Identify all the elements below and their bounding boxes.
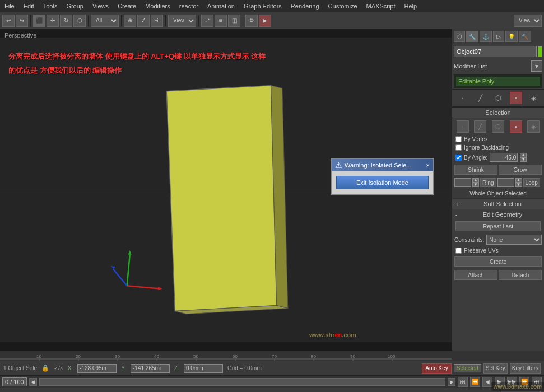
tb-snap[interactable]: ⊕ <box>124 15 136 27</box>
border-icon[interactable]: ⬡ <box>492 92 504 104</box>
constraints-label: Constraints: <box>454 237 484 243</box>
timeline-track[interactable] <box>39 378 445 386</box>
rp-display-btn[interactable]: 💡 <box>505 31 518 42</box>
sel-edge[interactable]: ╱ <box>474 120 486 133</box>
soft-selection-expand-icon: + <box>455 201 462 207</box>
edge-icon[interactable]: ╱ <box>474 92 486 104</box>
selected-badge: Selected <box>454 364 481 372</box>
key-filters-button[interactable]: Key Filters <box>510 363 541 374</box>
edit-geometry-section[interactable]: - Edit Geometry <box>452 209 544 220</box>
menu-reactor[interactable]: reactor <box>175 2 203 11</box>
ring-input[interactable] <box>454 178 471 187</box>
objects-selected-label: 1 Object Sele <box>3 365 37 371</box>
play-prev-frame[interactable]: ⏪ <box>470 377 480 387</box>
instruction-text-2: 的优点是 方便我们以后的 编辑操作 <box>8 66 122 76</box>
viewport[interactable]: Perspective <box>0 29 452 351</box>
tb-redo[interactable]: ↪ <box>16 15 28 27</box>
menu-animation[interactable]: Animation <box>203 2 239 11</box>
x-coord-label: X: <box>68 365 73 371</box>
loop-down[interactable]: ▼ <box>515 183 522 187</box>
sel-border[interactable]: ⬡ <box>492 120 504 133</box>
timeline-prev[interactable]: ◀ <box>29 378 37 386</box>
menu-edit[interactable]: Edit <box>19 2 39 11</box>
loop-input[interactable] <box>497 178 514 187</box>
set-key-button[interactable]: Set Key <box>483 363 508 374</box>
tb-rotate[interactable]: ↻ <box>60 15 72 27</box>
menu-file[interactable]: File <box>0 2 19 11</box>
soft-selection-section[interactable]: + Soft Selection <box>452 198 544 209</box>
preserve-uvs-row: Preserve UVs <box>452 246 544 255</box>
sel-element[interactable]: ◈ <box>527 120 540 133</box>
preserve-uvs-checkbox[interactable] <box>455 248 462 254</box>
warning-close-btn[interactable]: × <box>426 162 430 169</box>
create-button[interactable]: Create <box>454 256 542 267</box>
repeat-last-button[interactable]: Repeat Last <box>455 221 541 231</box>
play-start[interactable]: ⏮ <box>458 377 468 387</box>
menu-graph-editors[interactable]: Graph Editors <box>239 2 286 11</box>
auto-key-button[interactable]: Auto Key <box>422 363 452 374</box>
tb-move[interactable]: ✛ <box>47 15 59 27</box>
by-vertex-label: By Vertex <box>464 136 488 142</box>
menu-group[interactable]: Group <box>62 2 88 11</box>
loop-button[interactable]: Loop <box>523 178 540 187</box>
by-vertex-checkbox[interactable] <box>455 136 462 142</box>
grow-button[interactable]: Grow <box>499 165 542 175</box>
by-angle-down[interactable]: ▼ <box>520 157 527 162</box>
tb-view-dropdown[interactable]: View <box>168 15 196 27</box>
svg-text:70: 70 <box>272 354 277 359</box>
ignore-backfacing-checkbox[interactable] <box>455 144 462 151</box>
element-icon[interactable]: ◈ <box>527 92 540 104</box>
rp-create-btn[interactable]: ⬡ <box>454 31 465 42</box>
object-color-box[interactable] <box>538 46 542 57</box>
tb-align[interactable]: ≡ <box>215 15 227 27</box>
tb-render-setup[interactable]: ⚙ <box>245 15 258 27</box>
z-coord-input[interactable] <box>184 364 223 373</box>
timeline-next[interactable]: ▶ <box>448 378 455 386</box>
modifier-editable-poly[interactable]: Editable Poly <box>456 77 540 86</box>
polygon-icon[interactable]: ▪ <box>510 92 522 104</box>
tb-view2-dropdown[interactable]: View <box>514 15 542 27</box>
y-coord-input[interactable] <box>131 364 170 373</box>
menu-tools[interactable]: Tools <box>39 2 62 11</box>
exit-isolation-button[interactable]: Exit Isolation Mode <box>336 176 429 189</box>
tb-render[interactable]: ▶ <box>259 15 271 27</box>
svg-text:60: 60 <box>233 354 238 359</box>
attach-detach-row: Attach Detach <box>452 268 544 282</box>
menu-rendering[interactable]: Rendering <box>286 2 324 11</box>
menu-help[interactable]: Help <box>400 2 422 11</box>
rp-hierarchy-btn[interactable]: ⚓ <box>480 31 492 42</box>
tb-percent-snap[interactable]: % <box>151 15 163 27</box>
rp-utilities-btn[interactable]: 🔨 <box>519 31 531 42</box>
menu-maxscript[interactable]: MAXScript <box>362 2 400 11</box>
x-coord-input[interactable] <box>77 364 117 373</box>
tb-angle-snap[interactable]: ∠ <box>137 15 150 27</box>
tb-scale[interactable]: ⬡ <box>73 15 86 27</box>
rp-motion-btn[interactable]: ▷ <box>493 31 504 42</box>
tb-select[interactable]: ⬛ <box>33 15 45 27</box>
tb-undo[interactable]: ↩ <box>2 15 15 27</box>
by-angle-checkbox[interactable] <box>455 155 462 161</box>
vertex-icon[interactable]: · <box>457 92 469 104</box>
by-angle-input[interactable]: 45.0 <box>490 153 518 162</box>
tb-mirror[interactable]: ⇌ <box>201 15 213 27</box>
ring-button[interactable]: Ring <box>480 178 496 187</box>
sel-vertex[interactable]: · <box>457 120 469 133</box>
attach-button[interactable]: Attach <box>454 270 497 280</box>
shrink-button[interactable]: Shrink <box>454 165 497 175</box>
rp-toolbar: ⬡ 🔧 ⚓ ▷ 💡 🔨 <box>452 29 544 44</box>
sel-poly[interactable]: ▪ <box>510 120 522 133</box>
tb-all-dropdown[interactable]: All <box>91 15 119 27</box>
menu-customize[interactable]: Customize <box>324 2 362 11</box>
menu-views[interactable]: Views <box>88 2 113 11</box>
svg-text:10: 10 <box>36 354 41 359</box>
detach-button[interactable]: Detach <box>499 270 542 280</box>
menu-modifiers[interactable]: Modifiers <box>141 2 175 11</box>
rp-modify-btn[interactable]: 🔧 <box>466 31 478 42</box>
constraints-select[interactable]: None Edge Face Normal <box>486 235 542 245</box>
object-name-input[interactable]: Object07 <box>454 46 537 57</box>
edit-geometry-expand-icon: - <box>455 212 462 218</box>
modifier-list-dropdown[interactable]: ▼ <box>531 60 542 72</box>
ring-down[interactable]: ▼ <box>472 183 479 187</box>
menu-create[interactable]: Create <box>113 2 141 11</box>
tb-layer[interactable]: ◫ <box>228 15 240 27</box>
